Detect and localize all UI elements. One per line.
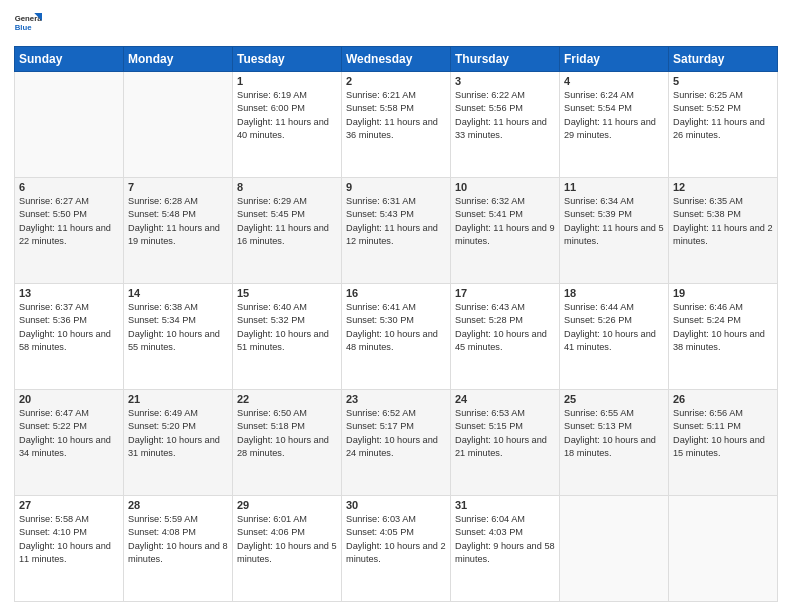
day-info: Sunrise: 6:04 AMSunset: 4:03 PMDaylight:… (455, 513, 555, 566)
calendar-cell: 8Sunrise: 6:29 AMSunset: 5:45 PMDaylight… (233, 178, 342, 284)
day-number: 29 (237, 499, 337, 511)
day-info: Sunrise: 6:01 AMSunset: 4:06 PMDaylight:… (237, 513, 337, 566)
weekday-header-friday: Friday (560, 47, 669, 72)
day-info: Sunrise: 6:55 AMSunset: 5:13 PMDaylight:… (564, 407, 664, 460)
day-number: 14 (128, 287, 228, 299)
calendar-cell: 17Sunrise: 6:43 AMSunset: 5:28 PMDayligh… (451, 284, 560, 390)
day-info: Sunrise: 6:52 AMSunset: 5:17 PMDaylight:… (346, 407, 446, 460)
day-number: 22 (237, 393, 337, 405)
svg-text:Blue: Blue (15, 23, 33, 32)
day-number: 8 (237, 181, 337, 193)
day-info: Sunrise: 6:25 AMSunset: 5:52 PMDaylight:… (673, 89, 773, 142)
day-info: Sunrise: 6:46 AMSunset: 5:24 PMDaylight:… (673, 301, 773, 354)
calendar-cell (560, 496, 669, 602)
day-info: Sunrise: 6:22 AMSunset: 5:56 PMDaylight:… (455, 89, 555, 142)
day-info: Sunrise: 6:32 AMSunset: 5:41 PMDaylight:… (455, 195, 555, 248)
day-number: 18 (564, 287, 664, 299)
day-info: Sunrise: 6:56 AMSunset: 5:11 PMDaylight:… (673, 407, 773, 460)
day-number: 20 (19, 393, 119, 405)
calendar-cell: 18Sunrise: 6:44 AMSunset: 5:26 PMDayligh… (560, 284, 669, 390)
day-info: Sunrise: 6:27 AMSunset: 5:50 PMDaylight:… (19, 195, 119, 248)
day-number: 6 (19, 181, 119, 193)
calendar-cell: 25Sunrise: 6:55 AMSunset: 5:13 PMDayligh… (560, 390, 669, 496)
calendar-cell: 27Sunrise: 5:58 AMSunset: 4:10 PMDayligh… (15, 496, 124, 602)
calendar-week-row: 1Sunrise: 6:19 AMSunset: 6:00 PMDaylight… (15, 72, 778, 178)
calendar-cell: 20Sunrise: 6:47 AMSunset: 5:22 PMDayligh… (15, 390, 124, 496)
calendar-cell: 23Sunrise: 6:52 AMSunset: 5:17 PMDayligh… (342, 390, 451, 496)
calendar-cell: 4Sunrise: 6:24 AMSunset: 5:54 PMDaylight… (560, 72, 669, 178)
day-number: 4 (564, 75, 664, 87)
day-info: Sunrise: 5:58 AMSunset: 4:10 PMDaylight:… (19, 513, 119, 566)
calendar-cell (124, 72, 233, 178)
calendar-week-row: 13Sunrise: 6:37 AMSunset: 5:36 PMDayligh… (15, 284, 778, 390)
calendar-cell: 28Sunrise: 5:59 AMSunset: 4:08 PMDayligh… (124, 496, 233, 602)
day-info: Sunrise: 6:43 AMSunset: 5:28 PMDaylight:… (455, 301, 555, 354)
day-number: 13 (19, 287, 119, 299)
day-info: Sunrise: 6:41 AMSunset: 5:30 PMDaylight:… (346, 301, 446, 354)
weekday-header-saturday: Saturday (669, 47, 778, 72)
weekday-header-row: SundayMondayTuesdayWednesdayThursdayFrid… (15, 47, 778, 72)
day-info: Sunrise: 6:19 AMSunset: 6:00 PMDaylight:… (237, 89, 337, 142)
day-number: 16 (346, 287, 446, 299)
calendar-cell: 3Sunrise: 6:22 AMSunset: 5:56 PMDaylight… (451, 72, 560, 178)
day-info: Sunrise: 6:40 AMSunset: 5:32 PMDaylight:… (237, 301, 337, 354)
calendar-cell: 2Sunrise: 6:21 AMSunset: 5:58 PMDaylight… (342, 72, 451, 178)
weekday-header-tuesday: Tuesday (233, 47, 342, 72)
day-number: 5 (673, 75, 773, 87)
day-number: 2 (346, 75, 446, 87)
weekday-header-thursday: Thursday (451, 47, 560, 72)
day-number: 9 (346, 181, 446, 193)
calendar-week-row: 27Sunrise: 5:58 AMSunset: 4:10 PMDayligh… (15, 496, 778, 602)
day-info: Sunrise: 6:38 AMSunset: 5:34 PMDaylight:… (128, 301, 228, 354)
day-info: Sunrise: 6:37 AMSunset: 5:36 PMDaylight:… (19, 301, 119, 354)
day-number: 10 (455, 181, 555, 193)
day-info: Sunrise: 6:34 AMSunset: 5:39 PMDaylight:… (564, 195, 664, 248)
day-info: Sunrise: 6:24 AMSunset: 5:54 PMDaylight:… (564, 89, 664, 142)
day-number: 27 (19, 499, 119, 511)
calendar-cell: 26Sunrise: 6:56 AMSunset: 5:11 PMDayligh… (669, 390, 778, 496)
calendar-cell: 14Sunrise: 6:38 AMSunset: 5:34 PMDayligh… (124, 284, 233, 390)
day-info: Sunrise: 6:31 AMSunset: 5:43 PMDaylight:… (346, 195, 446, 248)
weekday-header-sunday: Sunday (15, 47, 124, 72)
calendar-cell: 9Sunrise: 6:31 AMSunset: 5:43 PMDaylight… (342, 178, 451, 284)
day-number: 3 (455, 75, 555, 87)
day-info: Sunrise: 6:44 AMSunset: 5:26 PMDaylight:… (564, 301, 664, 354)
day-number: 28 (128, 499, 228, 511)
calendar-week-row: 20Sunrise: 6:47 AMSunset: 5:22 PMDayligh… (15, 390, 778, 496)
day-number: 17 (455, 287, 555, 299)
day-info: Sunrise: 6:03 AMSunset: 4:05 PMDaylight:… (346, 513, 446, 566)
calendar-cell (15, 72, 124, 178)
calendar-cell: 30Sunrise: 6:03 AMSunset: 4:05 PMDayligh… (342, 496, 451, 602)
day-number: 11 (564, 181, 664, 193)
day-number: 1 (237, 75, 337, 87)
day-info: Sunrise: 6:35 AMSunset: 5:38 PMDaylight:… (673, 195, 773, 248)
day-number: 19 (673, 287, 773, 299)
day-number: 21 (128, 393, 228, 405)
day-info: Sunrise: 6:53 AMSunset: 5:15 PMDaylight:… (455, 407, 555, 460)
day-number: 31 (455, 499, 555, 511)
calendar-cell: 22Sunrise: 6:50 AMSunset: 5:18 PMDayligh… (233, 390, 342, 496)
calendar-cell: 11Sunrise: 6:34 AMSunset: 5:39 PMDayligh… (560, 178, 669, 284)
logo-icon: General Blue (14, 10, 42, 38)
day-number: 26 (673, 393, 773, 405)
day-info: Sunrise: 5:59 AMSunset: 4:08 PMDaylight:… (128, 513, 228, 566)
calendar-week-row: 6Sunrise: 6:27 AMSunset: 5:50 PMDaylight… (15, 178, 778, 284)
calendar-cell: 31Sunrise: 6:04 AMSunset: 4:03 PMDayligh… (451, 496, 560, 602)
calendar-cell (669, 496, 778, 602)
calendar-cell: 29Sunrise: 6:01 AMSunset: 4:06 PMDayligh… (233, 496, 342, 602)
calendar-cell: 24Sunrise: 6:53 AMSunset: 5:15 PMDayligh… (451, 390, 560, 496)
day-number: 15 (237, 287, 337, 299)
day-info: Sunrise: 6:47 AMSunset: 5:22 PMDaylight:… (19, 407, 119, 460)
day-number: 25 (564, 393, 664, 405)
weekday-header-monday: Monday (124, 47, 233, 72)
day-info: Sunrise: 6:49 AMSunset: 5:20 PMDaylight:… (128, 407, 228, 460)
day-info: Sunrise: 6:28 AMSunset: 5:48 PMDaylight:… (128, 195, 228, 248)
day-number: 23 (346, 393, 446, 405)
calendar-cell: 19Sunrise: 6:46 AMSunset: 5:24 PMDayligh… (669, 284, 778, 390)
calendar-cell: 6Sunrise: 6:27 AMSunset: 5:50 PMDaylight… (15, 178, 124, 284)
calendar-cell: 7Sunrise: 6:28 AMSunset: 5:48 PMDaylight… (124, 178, 233, 284)
day-info: Sunrise: 6:50 AMSunset: 5:18 PMDaylight:… (237, 407, 337, 460)
day-number: 12 (673, 181, 773, 193)
day-number: 24 (455, 393, 555, 405)
calendar-cell: 16Sunrise: 6:41 AMSunset: 5:30 PMDayligh… (342, 284, 451, 390)
